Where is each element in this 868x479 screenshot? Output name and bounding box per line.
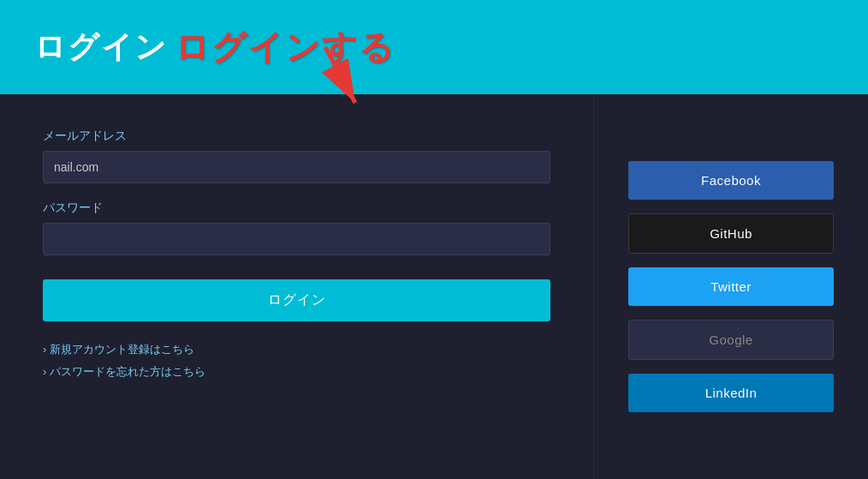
password-label: パスワード [43, 201, 550, 216]
linkedin-button[interactable]: LinkedIn [628, 374, 834, 412]
social-login-panel: Facebook GitHub Twitter Google LinkedIn [594, 94, 868, 479]
google-button[interactable]: Google [628, 320, 834, 360]
password-input[interactable] [43, 223, 550, 255]
header-title-plain: ログイン [34, 27, 168, 69]
login-button[interactable]: ログイン [43, 279, 550, 321]
github-button[interactable]: GitHub [628, 213, 834, 254]
header: ログイン ログインする [0, 0, 868, 94]
forgot-password-link[interactable]: パスワードを忘れた方はこちら [43, 364, 550, 380]
email-input[interactable] [43, 151, 550, 183]
twitter-button[interactable]: Twitter [628, 267, 834, 306]
login-form-panel: メールアドレス パスワード ログイン 新規アカウント登録はこちら パスワードを忘… [0, 94, 594, 479]
facebook-button[interactable]: Facebook [628, 161, 834, 200]
links-container: 新規アカウント登録はこちら パスワードを忘れた方はこちら [43, 342, 550, 380]
email-label: メールアドレス [43, 129, 550, 144]
svg-line-1 [325, 47, 355, 103]
main-content: メールアドレス パスワード ログイン 新規アカウント登録はこちら パスワードを忘… [0, 94, 868, 479]
register-link[interactable]: 新規アカウント登録はこちら [43, 342, 550, 357]
arrow-decoration [308, 43, 377, 115]
